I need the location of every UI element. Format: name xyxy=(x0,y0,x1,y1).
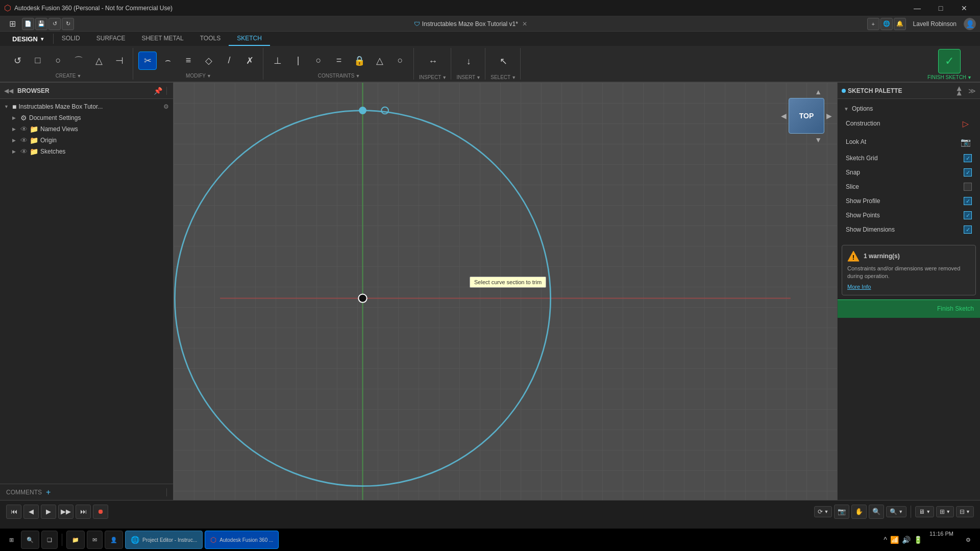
save-button[interactable]: 💾 xyxy=(35,18,47,30)
break-btn[interactable]: ≡ xyxy=(179,52,198,70)
finish-label[interactable]: FINISH SKETCH▼ xyxy=(927,74,972,80)
view-cube-left-arrow[interactable]: ◀ xyxy=(781,112,787,120)
inspect-label[interactable]: INSPECT▼ xyxy=(419,74,447,80)
concentric-btn[interactable]: ○ xyxy=(309,52,328,70)
tab-solid[interactable]: SOLID xyxy=(54,32,88,46)
show-profile-checkbox[interactable]: ✓ xyxy=(964,197,972,205)
start-button[interactable]: ⊞ xyxy=(4,531,19,549)
minimize-button[interactable]: — xyxy=(905,0,929,16)
tab-sheet-metal[interactable]: SHEET METAL xyxy=(133,32,191,46)
taskbar-search[interactable]: 🔍 xyxy=(21,531,39,549)
environment-btn[interactable]: ⊟▼ xyxy=(956,506,974,517)
fix-btn[interactable]: 🔒 xyxy=(350,52,369,70)
mirror-btn[interactable]: ✗ xyxy=(240,52,259,70)
zoom-options-btn[interactable]: 🔍▼ xyxy=(886,506,906,517)
midpoint-btn[interactable]: = xyxy=(330,52,348,70)
insert-label[interactable]: INSERT▼ xyxy=(457,74,481,80)
timeline-back-btn[interactable]: ◀ xyxy=(23,505,39,519)
system-tray-expand[interactable]: ^ xyxy=(884,536,887,544)
battery-icon[interactable]: 🔋 xyxy=(914,536,922,544)
tab-tools[interactable]: TOOLS xyxy=(192,32,229,46)
tab-sketch[interactable]: SKETCH xyxy=(229,32,270,46)
inspect-btn[interactable]: ↔ xyxy=(421,49,445,73)
timeline-play-btn[interactable]: ▶ xyxy=(41,505,56,519)
taskbar-app-store[interactable]: 👤 xyxy=(105,531,123,549)
sketch-grid-checkbox[interactable]: ✓ xyxy=(964,154,972,162)
view-cube-right-arrow[interactable]: ▶ xyxy=(826,112,832,120)
create-circle-btn[interactable]: ○ xyxy=(49,52,67,70)
select-btn[interactable]: ↖ xyxy=(491,49,516,73)
timeline-forward-btn[interactable]: ▶▶ xyxy=(58,505,74,519)
design-dropdown[interactable]: DESIGN ▼ xyxy=(4,32,53,46)
constraints-label[interactable]: CONSTRAINTS▼ xyxy=(318,73,360,79)
select-label[interactable]: SELECT▼ xyxy=(491,74,516,80)
view-cube-face[interactable]: TOP xyxy=(789,98,824,134)
task-view-button[interactable]: ❏ xyxy=(41,531,58,549)
horizontal-btn[interactable]: △ xyxy=(371,52,389,70)
camera-btn[interactable]: 📷 xyxy=(834,505,849,519)
offset-btn[interactable]: / xyxy=(220,52,238,70)
palette-expand-icon[interactable]: ≫ xyxy=(968,87,976,95)
show-points-checkbox[interactable]: ✓ xyxy=(964,211,972,219)
tab-close-icon[interactable]: ✕ xyxy=(522,20,527,28)
zoom-btn[interactable]: 🔍 xyxy=(869,505,884,519)
warning-link[interactable]: More Info xyxy=(847,284,970,290)
root-settings-icon[interactable]: ⚙ xyxy=(163,103,169,110)
settings-icon[interactable]: ⚙ xyxy=(961,531,976,549)
create-line-btn[interactable]: ↺ xyxy=(8,52,27,70)
snap-checkbox[interactable]: ✓ xyxy=(964,168,972,177)
pin-icon[interactable]: 📌 xyxy=(154,87,162,95)
canvas-area[interactable]: Select curve section to trim ▲ ◀ TOP ▶ ▼ xyxy=(174,83,837,500)
collapse-browser-icon[interactable]: ◀◀ xyxy=(4,87,13,94)
new-tab-button[interactable]: + xyxy=(867,18,879,30)
view-cube-up-arrow[interactable]: ▲ xyxy=(815,88,822,96)
trim-btn[interactable]: ✂ xyxy=(138,52,157,70)
slice-checkbox[interactable] xyxy=(964,183,972,191)
tab-surface[interactable]: SURFACE xyxy=(88,32,134,46)
notifications-icon[interactable]: 🔔 xyxy=(894,18,906,30)
tree-item-root[interactable]: ▼ ■ Instructables Maze Box Tutor... ⚙ xyxy=(0,101,173,112)
online-icon[interactable]: 🌐 xyxy=(880,18,893,30)
create-polygon-btn[interactable]: △ xyxy=(90,52,108,70)
collinear-btn[interactable]: | xyxy=(289,52,307,70)
display-mode-btn[interactable]: 🖥▼ xyxy=(915,506,934,517)
view-preset-btn[interactable]: ⟳ ▼ xyxy=(814,506,832,517)
create-label[interactable]: CREATE▼ xyxy=(56,73,82,79)
modify-label[interactable]: MODIFY▼ xyxy=(186,73,211,79)
timeline-end-btn[interactable]: ⏭ xyxy=(76,505,91,519)
create-slot-btn[interactable]: ⊣ xyxy=(110,52,129,70)
extend-btn[interactable]: ⌢ xyxy=(159,52,177,70)
look-at-icon-button[interactable]: 📷 xyxy=(960,136,972,148)
redo-button[interactable]: ↻ xyxy=(62,18,74,30)
add-comment-icon[interactable]: + xyxy=(46,488,51,497)
insert-btn[interactable]: ↓ xyxy=(456,49,481,73)
user-profile[interactable]: Lavell Robinson xyxy=(907,20,963,28)
fillet-btn[interactable]: ◇ xyxy=(200,52,218,70)
sketch-canvas[interactable] xyxy=(174,83,837,500)
construction-icon-button[interactable]: ◁ xyxy=(960,117,972,130)
maximize-button[interactable]: □ xyxy=(929,0,952,16)
options-section-header[interactable]: ▼ Options xyxy=(838,103,980,114)
taskbar-clock[interactable]: 11:16 PM xyxy=(924,531,959,549)
pan-btn[interactable]: ✋ xyxy=(851,505,867,519)
taskbar-app-mail[interactable]: ✉ xyxy=(87,531,103,549)
vertical-btn[interactable]: ○ xyxy=(391,52,409,70)
tree-item-sketches[interactable]: ▶ 👁 📁 Sketches xyxy=(0,146,173,157)
user-avatar[interactable]: 👤 xyxy=(964,18,976,30)
taskbar-app-chrome[interactable]: 🌐 Project Editor - Instruc... xyxy=(125,531,203,549)
taskbar-app-fusion[interactable]: ⬡ Autodesk Fusion 360 ... xyxy=(205,531,279,549)
tree-item-doc-settings[interactable]: ▶ ⚙ Document Settings xyxy=(0,112,173,123)
screen-record-btn[interactable]: ⏺ xyxy=(93,505,108,519)
file-menu[interactable]: 📄 xyxy=(22,18,34,30)
coincident-btn[interactable]: ⊥ xyxy=(268,52,287,70)
network-icon[interactable]: 📶 xyxy=(890,536,899,544)
show-dimensions-checkbox[interactable]: ✓ xyxy=(964,226,972,234)
close-button[interactable]: ✕ xyxy=(952,0,976,16)
taskbar-app-files[interactable]: 📁 xyxy=(66,531,85,549)
timeline-start-btn[interactable]: ⏮ xyxy=(6,505,21,519)
tree-item-origin[interactable]: ▶ 👁 📁 Origin xyxy=(0,135,173,146)
view-cube-down-arrow[interactable]: ▼ xyxy=(815,136,822,144)
create-arc-btn[interactable]: ⌒ xyxy=(69,52,88,70)
app-grid-icon[interactable]: ⊞ xyxy=(4,17,21,31)
grid-btn[interactable]: ⊞▼ xyxy=(936,506,954,517)
